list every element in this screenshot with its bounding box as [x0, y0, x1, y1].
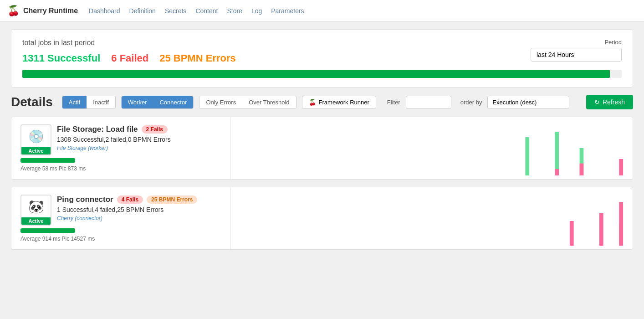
chart-svg-1 — [234, 121, 629, 175]
brand-logo: 🍒 — [7, 5, 20, 17]
job-title-2: Ping connector — [57, 195, 113, 204]
jobs-list: 💿 Active File Storage: Load file 2 Fails… — [11, 117, 633, 250]
svg-rect-0 — [525, 137, 529, 175]
brand-name: Cherry Runtime — [23, 7, 78, 15]
job-card-1: 💿 Active File Storage: Load file 2 Fails… — [11, 117, 633, 180]
stat-successful: 1311 Successful — [22, 52, 100, 64]
order-label: order by — [460, 99, 482, 106]
nav-store[interactable]: Store — [227, 7, 242, 15]
svg-rect-3 — [555, 169, 559, 175]
nav-content[interactable]: Content — [195, 7, 218, 15]
btn-connector[interactable]: Connector — [153, 96, 193, 108]
svg-rect-5 — [619, 159, 623, 175]
period-select[interactable]: last 24 Hours last 7 Days last 30 Days — [531, 48, 622, 62]
refresh-icon: ↻ — [594, 98, 600, 106]
job-chart-2 — [230, 187, 633, 249]
nav-links: Dashboard Definition Secrets Content Sto… — [89, 7, 304, 15]
nav-secrets[interactable]: Secrets — [165, 7, 186, 15]
job-chart-1 — [230, 117, 633, 179]
details-header: Details Actif Inactif Worker Connector O… — [11, 95, 633, 109]
job-top-row-2: 🐼 Active Ping connector 4 Fails 25 BPMN … — [20, 195, 221, 226]
job-stats-1: 1308 Successful,2 failed,0 BPMN Errors — [57, 136, 171, 143]
job-type-2: Cherry (connector) — [57, 215, 197, 221]
job-badge-fail-2: 4 Fails — [117, 196, 143, 204]
runner-label: Framework Runner — [319, 99, 369, 106]
svg-rect-7 — [570, 221, 574, 246]
job-card-2: 🐼 Active Ping connector 4 Fails 25 BPMN … — [11, 187, 633, 250]
job-icon-wrap-2: 🐼 Active — [20, 195, 51, 226]
job-progress-1 — [20, 158, 75, 163]
progress-bar — [22, 70, 622, 78]
job-icon-2: 🐼 — [28, 199, 44, 214]
job-left-1: 💿 Active File Storage: Load file 2 Fails… — [11, 117, 230, 179]
stats-title: total jobs in last period — [22, 39, 622, 47]
refresh-label: Refresh — [603, 98, 625, 106]
filter-input[interactable] — [406, 96, 451, 109]
btn-actif[interactable]: Actif — [62, 96, 87, 108]
progress-fill — [22, 70, 610, 78]
worker-connector-group: Worker Connector — [121, 96, 194, 109]
job-title-1: File Storage: Load file — [57, 125, 138, 134]
btn-only-errors[interactable]: Only Errors — [199, 96, 242, 108]
job-badge-bpmn-2: 25 BPMN Errors — [147, 196, 197, 204]
job-icon-1: 💿 — [28, 129, 44, 144]
nav-parameters[interactable]: Parameters — [271, 7, 304, 15]
btn-framework-runner[interactable]: 🍒 Framework Runner — [302, 96, 376, 109]
job-type-1: File Storage (worker) — [57, 145, 171, 151]
stat-failed: 6 Failed — [111, 52, 148, 64]
stat-bpmn: 25 BPMN Errors — [159, 52, 236, 64]
btn-worker[interactable]: Worker — [122, 96, 153, 108]
job-top-row-1: 💿 Active File Storage: Load file 2 Fails… — [20, 124, 221, 155]
svg-rect-4 — [580, 164, 584, 175]
job-icon-wrap-1: 💿 Active — [20, 124, 51, 155]
navbar: 🍒 Cherry Runtime Dashboard Definition Se… — [0, 0, 644, 22]
chart-svg-2 — [234, 191, 629, 246]
job-progress-2 — [20, 228, 75, 233]
job-status-1: Active — [21, 147, 51, 154]
job-info-2: Ping connector 4 Fails 25 BPMN Errors 1 … — [57, 195, 197, 225]
filter-label: Filter — [387, 99, 400, 106]
job-left-2: 🐼 Active Ping connector 4 Fails 25 BPMN … — [11, 187, 230, 249]
job-badge-fail-1: 2 Fails — [142, 125, 168, 134]
job-status-2: Active — [21, 217, 51, 225]
details-title: Details — [11, 95, 53, 109]
refresh-button[interactable]: ↻ Refresh — [586, 95, 633, 109]
brand: 🍒 Cherry Runtime — [7, 5, 78, 17]
filter-buttons-group: Only Errors Over Threshold — [199, 96, 296, 109]
period-label: Period — [604, 39, 622, 46]
btn-inactif[interactable]: Inactif — [87, 96, 115, 108]
order-select[interactable]: Execution (desc) Execution (asc) Name (a… — [487, 96, 569, 109]
job-stats-2: 1 Successful,4 failed,25 BPMN Errors — [57, 206, 197, 213]
btn-over-threshold[interactable]: Over Threshold — [242, 96, 296, 108]
job-avg-1: Average 58 ms Pic 873 ms — [20, 165, 221, 172]
nav-log[interactable]: Log — [251, 7, 262, 15]
svg-rect-8 — [599, 213, 603, 246]
period-select-wrap: last 24 Hours last 7 Days last 30 Days — [531, 48, 622, 62]
runner-icon: 🍒 — [309, 99, 316, 106]
nav-definition[interactable]: Definition — [129, 7, 156, 15]
svg-rect-9 — [619, 202, 623, 246]
main-content: total jobs in last period 1311 Successfu… — [0, 22, 644, 257]
stats-card: total jobs in last period 1311 Successfu… — [11, 29, 633, 87]
job-info-1: File Storage: Load file 2 Fails 1308 Suc… — [57, 125, 171, 155]
job-avg-2: Average 914 ms Pic 14527 ms — [20, 236, 221, 242]
nav-dashboard[interactable]: Dashboard — [89, 7, 120, 15]
active-inactive-group: Actif Inactif — [62, 96, 116, 109]
